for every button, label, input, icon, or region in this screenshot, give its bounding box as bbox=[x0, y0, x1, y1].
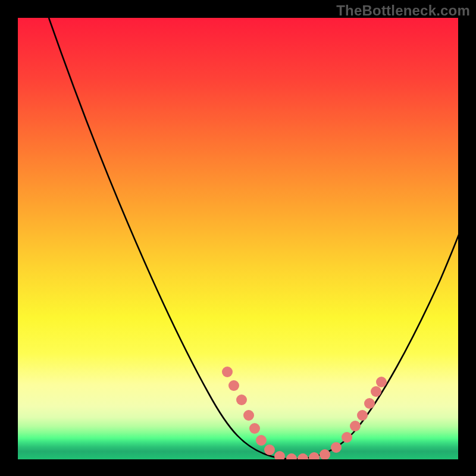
svg-point-0 bbox=[222, 367, 233, 377]
svg-point-14 bbox=[350, 421, 361, 431]
plot-background bbox=[18, 18, 458, 459]
svg-point-11 bbox=[320, 449, 330, 460]
bottleneck-chart bbox=[0, 0, 476, 476]
svg-point-3 bbox=[243, 410, 254, 421]
svg-point-5 bbox=[256, 435, 267, 446]
svg-point-18 bbox=[376, 377, 387, 387]
svg-point-15 bbox=[357, 410, 368, 421]
svg-point-12 bbox=[331, 442, 342, 453]
svg-point-4 bbox=[249, 423, 260, 434]
svg-point-1 bbox=[228, 380, 239, 391]
svg-point-6 bbox=[264, 444, 275, 455]
svg-point-2 bbox=[236, 394, 247, 405]
svg-point-16 bbox=[364, 398, 375, 409]
svg-point-13 bbox=[342, 432, 352, 443]
svg-point-17 bbox=[371, 386, 381, 397]
chart-container: TheBottleneck.com bbox=[0, 0, 476, 476]
watermark-text: TheBottleneck.com bbox=[336, 2, 470, 19]
